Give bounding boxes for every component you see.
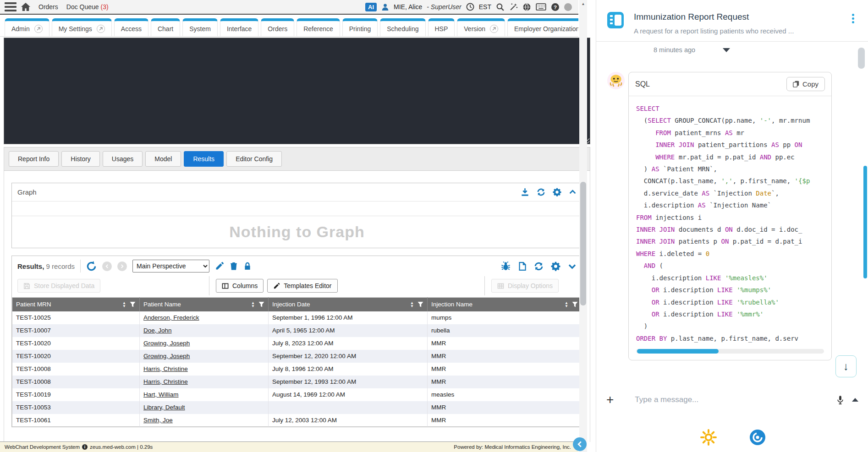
column-header-patient-mrn[interactable]: Patient MRN ▲▼ (12, 298, 140, 311)
gear-icon[interactable] (553, 188, 561, 196)
magic-wand-icon[interactable] (509, 3, 518, 11)
column-label: Patient MRN (16, 301, 119, 308)
nav-tab-admin[interactable]: Admin (5, 18, 49, 36)
nav-tab-reference[interactable]: Reference (297, 18, 340, 36)
refresh-icon[interactable] (537, 188, 545, 196)
sort-icon[interactable]: ▲▼ (122, 301, 126, 308)
copy-button[interactable]: Copy (786, 77, 825, 91)
timezone-label[interactable]: EST (479, 3, 491, 11)
message-input[interactable] (634, 395, 831, 405)
microphone-icon[interactable] (836, 395, 845, 405)
tab-results[interactable]: Results (184, 151, 224, 167)
add-attachment-button[interactable]: + (606, 393, 614, 406)
external-link-icon[interactable] (34, 25, 43, 33)
patient-name-link[interactable]: Library, Default (143, 404, 185, 411)
report-editor-area[interactable] (4, 38, 590, 144)
debug-icon[interactable] (501, 261, 511, 271)
columns-button[interactable]: Columns (216, 279, 264, 293)
nav-tab-printing[interactable]: Printing (342, 18, 378, 36)
scroll-to-bottom-button[interactable]: ↓ (835, 355, 857, 377)
nav-tab-employer-organizations[interactable]: Employer Organizations (507, 18, 578, 36)
sort-icon[interactable]: ▲▼ (410, 301, 414, 308)
breadcrumb-orders[interactable]: Orders (38, 3, 58, 11)
edit-perspective-icon[interactable] (215, 261, 224, 271)
nav-tab-version[interactable]: Version (457, 18, 505, 36)
nav-tab-hsp[interactable]: HSP (428, 18, 455, 36)
help-icon[interactable]: ? (551, 3, 560, 11)
filter-icon[interactable] (572, 301, 578, 307)
collapse-thread-icon[interactable] (723, 48, 730, 52)
collapse-input-icon[interactable] (852, 398, 858, 402)
chat-panel-toggle-button[interactable] (573, 437, 587, 451)
export-file-icon[interactable] (518, 261, 527, 271)
code-line: FROM patient_mrns AS mr (636, 127, 831, 139)
download-icon[interactable] (521, 188, 529, 196)
chat-scrollbar-thumb[interactable] (863, 166, 867, 278)
refresh-results-icon[interactable] (534, 261, 544, 271)
globe-icon[interactable] (522, 3, 531, 11)
patient-name-link[interactable]: Harris, Christine (143, 365, 188, 372)
store-displayed-data-button[interactable]: Store Displayed Data (17, 279, 100, 293)
tab-editor-config[interactable]: Editor Config (226, 151, 282, 167)
breadcrumb-doc-queue[interactable]: Doc Queue (3) (66, 3, 109, 11)
info-icon[interactable]: i (82, 444, 88, 450)
tab-history[interactable]: History (61, 151, 100, 167)
chat-menu-icon[interactable] (849, 12, 857, 35)
column-header-injection-date[interactable]: Injection Date ▲▼ (269, 298, 428, 311)
filter-icon[interactable] (130, 301, 136, 307)
collapse-panel-icon[interactable] (569, 188, 577, 196)
nav-tab-system[interactable]: System (182, 18, 218, 36)
hamburger-menu-icon[interactable] (5, 2, 16, 11)
patient-name-link[interactable]: Hart, William (143, 391, 179, 398)
expand-results-icon[interactable] (568, 262, 577, 271)
external-link-icon[interactable] (490, 25, 498, 33)
keyboard-icon[interactable] (536, 3, 546, 11)
sql-horizontal-scrollbar-thumb[interactable] (637, 349, 719, 354)
next-page-button[interactable] (117, 261, 127, 271)
display-options-button[interactable]: Display Options (491, 279, 559, 293)
external-link-icon[interactable] (97, 25, 105, 33)
column-header-injection-name[interactable]: Injection Name ▲▼ (428, 298, 582, 311)
tab-usages[interactable]: Usages (103, 151, 143, 167)
scrollbar-thumb[interactable] (580, 182, 586, 305)
filter-icon[interactable] (418, 301, 423, 307)
patient-name-link[interactable]: Doe, John (143, 327, 172, 334)
undo-icon[interactable] (86, 261, 97, 272)
patient-name-link[interactable]: Anderson, Frederick (143, 314, 199, 321)
tab-model[interactable]: Model (145, 151, 181, 167)
column-header-patient-name[interactable]: Patient Name ▲▼ (140, 298, 269, 311)
panel-scrollbar-thumb[interactable] (858, 48, 865, 69)
patient-name-link[interactable]: Growing, Joseph (143, 340, 190, 347)
chat-input-row: + (596, 387, 868, 412)
app-scrollbar[interactable]: ▲ (579, 0, 587, 452)
prev-page-button[interactable] (102, 261, 112, 271)
sort-icon[interactable]: ▲▼ (565, 301, 568, 308)
templates-editor-button[interactable]: Templates Editor (267, 279, 337, 293)
results-settings-icon[interactable] (551, 261, 560, 271)
sql-horizontal-scrollbar[interactable] (636, 349, 824, 354)
copy-icon (793, 81, 799, 87)
sql-code[interactable]: SELECT (SELECT GROUP_CONCAT(pp.name, '-'… (629, 96, 831, 344)
home-icon[interactable] (21, 3, 30, 11)
nav-tab-scheduling[interactable]: Scheduling (380, 18, 425, 36)
cell-patient-name: Library, Default (140, 401, 269, 414)
tab-report-info[interactable]: Report Info (9, 151, 59, 167)
scrollbar-up-arrow[interactable]: ▲ (579, 0, 587, 8)
nav-tab-interface[interactable]: Interface (220, 18, 258, 36)
nav-tab-chart[interactable]: Chart (151, 18, 180, 36)
sort-icon[interactable]: ▲▼ (251, 301, 255, 308)
nav-tab-access[interactable]: Access (114, 18, 148, 36)
lock-icon[interactable] (243, 261, 252, 271)
patient-name-link[interactable]: Growing, Joseph (143, 353, 190, 359)
ai-badge[interactable]: AI (365, 3, 377, 11)
perspective-select[interactable]: Main Perspective (132, 260, 209, 272)
patient-name-link[interactable]: Smith, Joe (143, 417, 173, 424)
patient-name-link[interactable]: Harris, Christine (143, 378, 188, 385)
filter-icon[interactable] (258, 301, 264, 307)
code-line: INNER JOIN patient_partitions AS pp ON (636, 139, 831, 151)
nav-tab-my-settings[interactable]: My Settings (52, 18, 112, 36)
nav-tab-orders[interactable]: Orders (261, 18, 294, 36)
search-icon[interactable] (496, 3, 505, 11)
user-name[interactable]: MIE, Alice (394, 3, 422, 11)
delete-perspective-icon[interactable] (230, 261, 238, 271)
